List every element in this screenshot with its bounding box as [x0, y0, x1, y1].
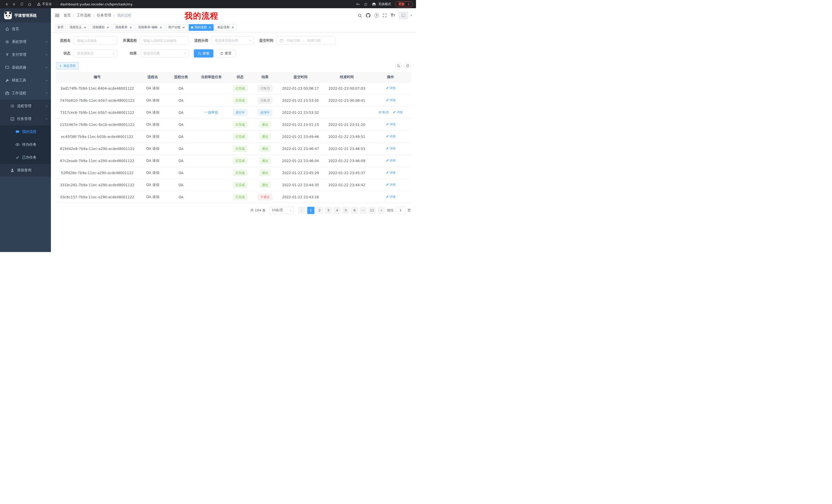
- tab-发起流程[interactable]: 发起流程×: [215, 24, 237, 31]
- pager-page-1[interactable]: 1: [307, 207, 314, 214]
- tab-close-icon[interactable]: ×: [182, 26, 185, 29]
- create-process-button[interactable]: 发起流程: [56, 62, 79, 69]
- cell-submit-time: 2022-01-22 23:49:46: [278, 131, 323, 143]
- pager-page-3[interactable]: 3: [325, 207, 332, 214]
- password-key-icon[interactable]: [356, 2, 360, 6]
- browser-menu-icon[interactable]: ⋮: [407, 2, 410, 6]
- detail-action[interactable]: 详情: [386, 122, 396, 127]
- back-icon[interactable]: [3, 1, 10, 7]
- security-label: 不安全: [42, 2, 52, 6]
- tab-用户分组[interactable]: 用户分组×: [166, 24, 187, 31]
- detail-action[interactable]: 详情: [386, 146, 396, 151]
- sidebar-item-todo-task[interactable]: 待办任务: [0, 138, 51, 151]
- menu-fold-icon[interactable]: [55, 14, 59, 17]
- refresh-table-button[interactable]: [404, 62, 411, 69]
- pager-page-4[interactable]: 4: [334, 207, 341, 214]
- tab-close-icon[interactable]: ×: [209, 26, 211, 29]
- tab-流程模型[interactable]: 流程模型×: [90, 24, 111, 31]
- sidebar-item-home[interactable]: 首页: [0, 23, 51, 35]
- category-select[interactable]: 请选择流程分类: [211, 36, 254, 45]
- detail-action[interactable]: 详情: [393, 110, 402, 115]
- next-page-button[interactable]: ›: [378, 207, 385, 214]
- gear-icon: [5, 40, 9, 44]
- search-button[interactable]: 搜索: [194, 49, 213, 58]
- font-size-icon[interactable]: TT: [391, 13, 395, 18]
- sidebar-item-workflow[interactable]: 工作流程: [0, 87, 51, 100]
- tab-首页[interactable]: 首页: [55, 24, 66, 31]
- sidebar-item-leave-query[interactable]: 请假查询: [0, 164, 51, 177]
- github-icon[interactable]: [366, 13, 370, 18]
- update-browser-button[interactable]: 更新 ⋮: [395, 1, 413, 7]
- tab-close-icon[interactable]: ×: [159, 26, 162, 29]
- detail-action[interactable]: 详情: [386, 134, 396, 139]
- toggle-search-button[interactable]: [395, 62, 401, 69]
- sidebar-item-system[interactable]: 系统管理: [0, 35, 51, 48]
- detail-action[interactable]: 详情: [386, 86, 396, 90]
- tab-流程表单-编辑[interactable]: 流程表单-编辑×: [136, 24, 164, 31]
- pager-page-11[interactable]: 11: [368, 207, 375, 214]
- calendar-icon: [280, 39, 283, 43]
- reload-icon[interactable]: [19, 1, 25, 7]
- current-task-link[interactable]: 一级审批: [204, 110, 218, 114]
- tab-我的流程[interactable]: 我的流程×: [189, 24, 214, 31]
- detail-action[interactable]: 详情: [386, 183, 396, 187]
- sidebar-item-process-management[interactable]: 流程管理: [0, 100, 51, 113]
- detail-action[interactable]: 详情: [386, 195, 396, 199]
- sidebar-item-infra[interactable]: 基础设施: [0, 61, 51, 74]
- prev-page-button[interactable]: ‹: [298, 207, 305, 214]
- home-icon[interactable]: [26, 1, 33, 7]
- cell-current-task: [195, 131, 228, 143]
- tab-流程定义[interactable]: 流程定义×: [67, 24, 89, 31]
- logo[interactable]: 芋道管理系统: [0, 8, 51, 23]
- sidebar-item-task-management[interactable]: 任务管理: [0, 113, 51, 125]
- result-badge: 不通过: [258, 194, 272, 200]
- pager-page-6[interactable]: 6: [351, 207, 358, 214]
- process-name-input[interactable]: [74, 36, 117, 45]
- breadcrumb-task-management[interactable]: 任务管理: [97, 13, 111, 18]
- url-bar[interactable]: dashboard.yudao.iocoder.cn/bpm/task/my: [60, 2, 133, 6]
- cancel-action[interactable]: 取消: [379, 110, 389, 115]
- avatar-caret-icon[interactable]: ▾: [410, 14, 412, 17]
- submit-time-range-picker[interactable]: 开始日期 - 结束日期: [277, 36, 336, 45]
- select-placeholder: 请选择流程分类: [215, 38, 238, 43]
- sidebar-item-devtools[interactable]: 研发工具: [0, 74, 51, 87]
- tab-close-icon[interactable]: ×: [106, 26, 109, 29]
- sidebar-item-payment[interactable]: ¥ 支付管理: [0, 48, 51, 61]
- search-icon[interactable]: [358, 13, 362, 18]
- status-select[interactable]: 请选择状态: [74, 49, 117, 58]
- goto-page-input[interactable]: [396, 207, 406, 214]
- tab-label: 流程定义: [70, 25, 82, 30]
- process-definition-input[interactable]: [140, 36, 189, 45]
- sidebar-item-my-process[interactable]: 我的流程: [0, 125, 51, 138]
- breadcrumb-current: 我的流程: [117, 13, 131, 18]
- tab-close-icon[interactable]: ×: [83, 26, 86, 29]
- reset-button[interactable]: 重置: [216, 49, 235, 58]
- breadcrumb-workflow[interactable]: 工作流程: [77, 13, 91, 18]
- help-icon[interactable]: ?: [374, 13, 379, 18]
- site-security-chip[interactable]: 不安全: [37, 2, 52, 6]
- detail-action[interactable]: 详情: [386, 159, 396, 163]
- pager-more-button[interactable]: ···: [360, 207, 367, 214]
- image-placeholder-icon: [401, 13, 406, 17]
- result-select[interactable]: 请选流结果: [140, 49, 189, 58]
- cell-actions: 取消 详情: [370, 155, 411, 167]
- detail-action[interactable]: 详情: [386, 98, 396, 103]
- avatar[interactable]: [399, 12, 408, 19]
- sidebar-item-done-task[interactable]: 已办任务: [0, 151, 51, 164]
- fullscreen-icon[interactable]: [383, 13, 387, 18]
- bookmark-star-icon[interactable]: [364, 2, 368, 6]
- forward-icon[interactable]: [11, 1, 18, 7]
- page-size-select[interactable]: 10条/页: [269, 207, 294, 214]
- status-badge: 已完成: [233, 146, 247, 152]
- tab-close-icon[interactable]: ×: [129, 26, 132, 29]
- cell-result: 通过: [253, 167, 278, 179]
- breadcrumb-home[interactable]: 首页: [63, 13, 71, 18]
- list-icon: [10, 104, 15, 108]
- tab-流程表单[interactable]: 流程表单×: [113, 24, 134, 31]
- pager-page-2[interactable]: 2: [316, 207, 323, 214]
- filter-form: 流程名 所属流程 流程分类 请选择流程分类: [56, 36, 411, 58]
- cell-status: 已完成: [228, 94, 253, 106]
- pager-page-5[interactable]: 5: [342, 207, 349, 214]
- detail-action[interactable]: 详情: [386, 171, 396, 175]
- tab-close-icon[interactable]: ×: [231, 26, 234, 29]
